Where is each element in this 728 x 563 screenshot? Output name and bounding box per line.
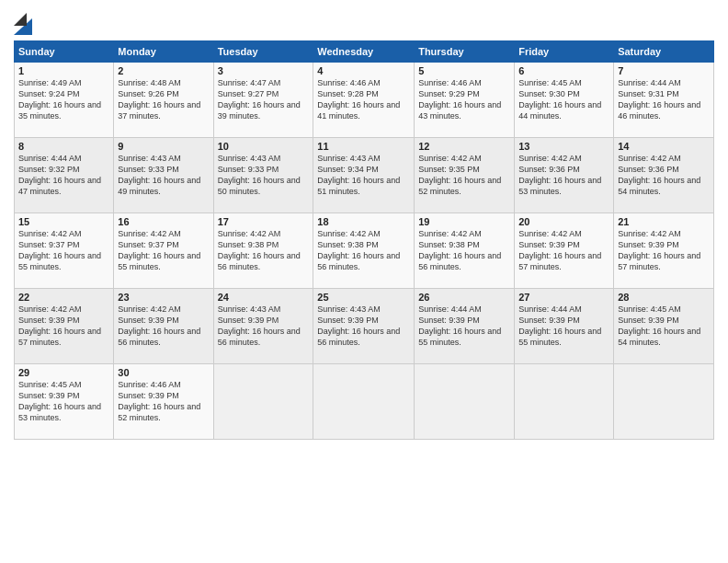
calendar-cell: 14 Sunrise: 4:42 AMSunset: 9:36 PMDaylig…: [614, 138, 714, 213]
page: Sunday Monday Tuesday Wednesday Thursday…: [0, 0, 728, 563]
calendar-cell: 5 Sunrise: 4:46 AMSunset: 9:29 PMDayligh…: [415, 63, 515, 138]
day-number: 25: [317, 292, 410, 303]
day-info: Sunrise: 4:42 AMSunset: 9:38 PMDaylight:…: [418, 228, 510, 273]
calendar-cell: 19 Sunrise: 4:42 AMSunset: 9:38 PMDaylig…: [415, 213, 515, 289]
calendar-cell: 21 Sunrise: 4:42 AMSunset: 9:39 PMDaylig…: [614, 213, 714, 289]
col-thursday: Thursday: [415, 41, 515, 63]
calendar-cell: 28 Sunrise: 4:45 AMSunset: 9:39 PMDaylig…: [614, 289, 714, 364]
day-info: Sunrise: 4:42 AMSunset: 9:38 PMDaylight:…: [317, 228, 410, 273]
day-number: 22: [18, 292, 109, 303]
calendar-cell: 11 Sunrise: 4:43 AMSunset: 9:34 PMDaylig…: [313, 138, 415, 213]
calendar-cell: 26 Sunrise: 4:44 AMSunset: 9:39 PMDaylig…: [415, 289, 515, 364]
day-info: Sunrise: 4:45 AMSunset: 9:39 PMDaylight:…: [618, 304, 710, 349]
calendar-cell: 29 Sunrise: 4:45 AMSunset: 9:39 PMDaylig…: [15, 364, 114, 440]
day-number: 18: [317, 216, 410, 227]
calendar-cell: 12 Sunrise: 4:42 AMSunset: 9:35 PMDaylig…: [415, 138, 515, 213]
day-number: 20: [518, 216, 609, 227]
col-tuesday: Tuesday: [213, 41, 313, 63]
day-number: 14: [618, 141, 710, 152]
day-info: Sunrise: 4:43 AMSunset: 9:34 PMDaylight:…: [317, 153, 410, 198]
day-number: 11: [317, 141, 410, 152]
day-info: Sunrise: 4:45 AMSunset: 9:39 PMDaylight:…: [18, 379, 109, 424]
calendar-cell: [515, 364, 614, 440]
day-number: 13: [518, 141, 609, 152]
day-number: 27: [518, 292, 609, 303]
day-info: Sunrise: 4:47 AMSunset: 9:27 PMDaylight:…: [218, 77, 310, 122]
day-number: 26: [418, 292, 510, 303]
day-info: Sunrise: 4:48 AMSunset: 9:26 PMDaylight:…: [118, 77, 209, 122]
day-info: Sunrise: 4:42 AMSunset: 9:38 PMDaylight:…: [218, 228, 310, 273]
day-number: 2: [118, 65, 209, 76]
calendar-cell: 18 Sunrise: 4:42 AMSunset: 9:38 PMDaylig…: [313, 213, 415, 289]
day-number: 10: [218, 141, 310, 152]
day-number: 15: [18, 216, 109, 227]
day-info: Sunrise: 4:46 AMSunset: 9:28 PMDaylight:…: [317, 77, 410, 122]
calendar-cell: [415, 364, 515, 440]
calendar-cell: 27 Sunrise: 4:44 AMSunset: 9:39 PMDaylig…: [515, 289, 614, 364]
calendar-cell: 6 Sunrise: 4:45 AMSunset: 9:30 PMDayligh…: [515, 63, 614, 138]
col-friday: Friday: [515, 41, 614, 63]
day-info: Sunrise: 4:44 AMSunset: 9:39 PMDaylight:…: [418, 304, 510, 349]
day-number: 29: [18, 367, 109, 378]
day-info: Sunrise: 4:42 AMSunset: 9:36 PMDaylight:…: [618, 153, 710, 198]
day-info: Sunrise: 4:42 AMSunset: 9:39 PMDaylight:…: [118, 304, 209, 349]
day-number: 24: [218, 292, 310, 303]
day-number: 3: [218, 65, 310, 76]
day-info: Sunrise: 4:44 AMSunset: 9:31 PMDaylight:…: [618, 77, 710, 122]
day-info: Sunrise: 4:42 AMSunset: 9:39 PMDaylight:…: [518, 228, 609, 273]
calendar-cell: 9 Sunrise: 4:43 AMSunset: 9:33 PMDayligh…: [114, 138, 213, 213]
day-number: 1: [18, 65, 109, 76]
calendar-cell: [614, 364, 714, 440]
col-monday: Monday: [114, 41, 213, 63]
day-info: Sunrise: 4:43 AMSunset: 9:33 PMDaylight:…: [218, 153, 310, 198]
calendar-cell: [213, 364, 313, 440]
calendar-cell: 1 Sunrise: 4:49 AMSunset: 9:24 PMDayligh…: [15, 63, 114, 138]
day-number: 7: [618, 65, 710, 76]
calendar-cell: 7 Sunrise: 4:44 AMSunset: 9:31 PMDayligh…: [614, 63, 714, 138]
calendar-cell: 13 Sunrise: 4:42 AMSunset: 9:36 PMDaylig…: [515, 138, 614, 213]
calendar-cell: 2 Sunrise: 4:48 AMSunset: 9:26 PMDayligh…: [114, 63, 213, 138]
day-number: 28: [618, 292, 710, 303]
day-info: Sunrise: 4:42 AMSunset: 9:39 PMDaylight:…: [18, 304, 109, 349]
calendar-cell: 30 Sunrise: 4:46 AMSunset: 9:39 PMDaylig…: [114, 364, 213, 440]
col-wednesday: Wednesday: [313, 41, 415, 63]
day-number: 6: [518, 65, 609, 76]
day-number: 21: [618, 216, 710, 227]
day-info: Sunrise: 4:44 AMSunset: 9:39 PMDaylight:…: [518, 304, 609, 349]
col-saturday: Saturday: [614, 41, 714, 63]
day-info: Sunrise: 4:46 AMSunset: 9:39 PMDaylight:…: [118, 379, 209, 424]
calendar-cell: 22 Sunrise: 4:42 AMSunset: 9:39 PMDaylig…: [15, 289, 114, 364]
calendar-cell: 20 Sunrise: 4:42 AMSunset: 9:39 PMDaylig…: [515, 213, 614, 289]
day-number: 23: [118, 292, 209, 303]
day-number: 4: [317, 65, 410, 76]
calendar-cell: 25 Sunrise: 4:43 AMSunset: 9:39 PMDaylig…: [313, 289, 415, 364]
day-info: Sunrise: 4:44 AMSunset: 9:32 PMDaylight:…: [18, 153, 109, 198]
day-info: Sunrise: 4:42 AMSunset: 9:37 PMDaylight:…: [118, 228, 209, 273]
day-info: Sunrise: 4:43 AMSunset: 9:33 PMDaylight:…: [118, 153, 209, 198]
day-number: 8: [18, 141, 109, 152]
day-info: Sunrise: 4:43 AMSunset: 9:39 PMDaylight:…: [218, 304, 310, 349]
calendar-cell: 8 Sunrise: 4:44 AMSunset: 9:32 PMDayligh…: [15, 138, 114, 213]
calendar-cell: 23 Sunrise: 4:42 AMSunset: 9:39 PMDaylig…: [114, 289, 213, 364]
day-number: 5: [418, 65, 510, 76]
calendar-cell: 24 Sunrise: 4:43 AMSunset: 9:39 PMDaylig…: [213, 289, 313, 364]
calendar-cell: [313, 364, 415, 440]
day-number: 17: [218, 216, 310, 227]
calendar-table: Sunday Monday Tuesday Wednesday Thursday…: [14, 40, 714, 440]
day-number: 12: [418, 141, 510, 152]
day-info: Sunrise: 4:42 AMSunset: 9:36 PMDaylight:…: [518, 153, 609, 198]
day-number: 19: [418, 216, 510, 227]
calendar-cell: 16 Sunrise: 4:42 AMSunset: 9:37 PMDaylig…: [114, 213, 213, 289]
calendar-cell: 15 Sunrise: 4:42 AMSunset: 9:37 PMDaylig…: [15, 213, 114, 289]
calendar-cell: 10 Sunrise: 4:43 AMSunset: 9:33 PMDaylig…: [213, 138, 313, 213]
calendar-cell: 4 Sunrise: 4:46 AMSunset: 9:28 PMDayligh…: [313, 63, 415, 138]
day-info: Sunrise: 4:42 AMSunset: 9:37 PMDaylight:…: [18, 228, 109, 273]
svg-marker-1: [14, 13, 27, 26]
calendar-header-row: Sunday Monday Tuesday Wednesday Thursday…: [15, 41, 714, 63]
day-number: 16: [118, 216, 209, 227]
day-info: Sunrise: 4:45 AMSunset: 9:30 PMDaylight:…: [518, 77, 609, 122]
calendar-cell: 17 Sunrise: 4:42 AMSunset: 9:38 PMDaylig…: [213, 213, 313, 289]
calendar-cell: 3 Sunrise: 4:47 AMSunset: 9:27 PMDayligh…: [213, 63, 313, 138]
col-sunday: Sunday: [15, 41, 114, 63]
header: [14, 9, 714, 35]
